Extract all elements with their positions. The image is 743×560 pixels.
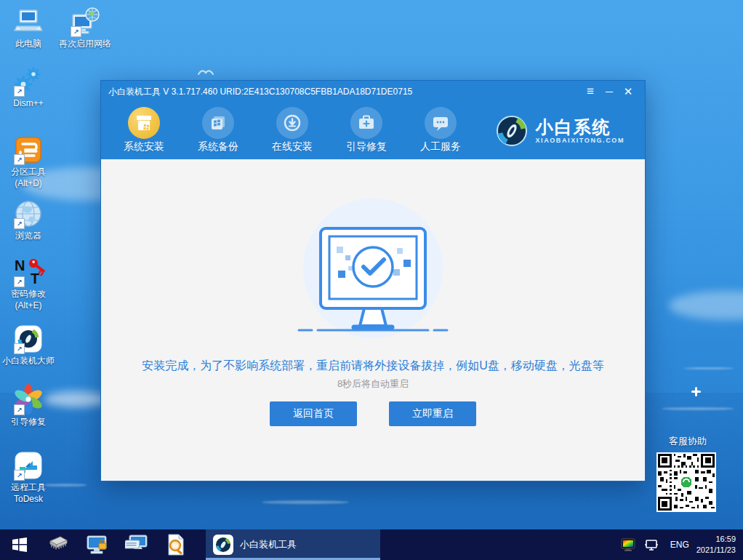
desktop-icon-label: 小白装机大师 — [0, 356, 57, 367]
shortcut-arrow-icon: ↗ — [14, 343, 25, 354]
desktop-icon-label: 密码修改 (Alt+E) — [0, 289, 57, 311]
system-backup-icon — [202, 107, 234, 139]
brand-logo: 小白系统 XIAOBAIXITONG.COM — [496, 115, 624, 147]
partition-tool-icon: ↗ — [0, 134, 57, 164]
taskbar-osk[interactable] — [121, 529, 153, 560]
desktop-icon-boot-repair[interactable]: ↗ 引导修复 — [0, 384, 57, 428]
wave-streak — [262, 500, 349, 504]
nav-boot-repair[interactable]: 引导修复 — [341, 103, 392, 153]
desktop-icon-label: 远程工具 ToDesk — [0, 482, 57, 505]
install-complete-message: 安装完成，为了不影响系统部署，重启前请将外接设备拔掉，例如U盘，移动硬盘，光盘等 — [101, 359, 645, 374]
app-window: 小白装机工具 V 3.1.717.460 URID:2E413C130708C5… — [100, 80, 646, 481]
clock-time: 16:59 — [696, 534, 736, 545]
cloud — [669, 291, 743, 320]
desktop-icon-password-change[interactable]: N T ↗ 密码修改 (Alt+E) — [0, 256, 57, 311]
language-indicator[interactable]: ENG — [670, 540, 689, 550]
desktop-icon-todesk[interactable]: ↗ 远程工具 ToDesk — [0, 449, 57, 505]
window-titlebar[interactable]: 小白装机工具 V 3.1.717.460 URID:2E413C130708C5… — [101, 81, 645, 103]
menu-icon[interactable]: ≡ — [581, 84, 600, 99]
shortcut-arrow-icon: ↗ — [14, 154, 25, 165]
xiaobai-logo-icon — [496, 115, 528, 147]
desktop-icon-label: 分区工具 (Alt+D) — [0, 167, 57, 189]
nav-system-backup[interactable]: 系统备份 — [193, 103, 244, 153]
customer-service-panel: 客服协助 — [656, 435, 719, 512]
system-tray: ENG 16:59 2021/11/23 — [617, 529, 739, 560]
system-install-icon — [128, 107, 160, 139]
xiaobai-app-icon: ↗ — [0, 323, 57, 353]
nt-password-icon: N T ↗ — [0, 256, 57, 287]
nav-label: 系统备份 — [193, 140, 244, 153]
wave-streak — [662, 407, 734, 410]
minimize-icon[interactable]: ─ — [600, 84, 619, 99]
todesk-icon: ↗ — [0, 449, 57, 480]
desktop-icon-xiaobai-master[interactable]: ↗ 小白装机大师 — [0, 323, 57, 367]
close-icon[interactable]: ✕ — [619, 84, 638, 99]
desktop-icon-dism[interactable]: ↗ Dism++ — [0, 65, 57, 110]
online-install-icon — [276, 107, 308, 139]
taskbar-app-label: 小白装机工具 — [240, 538, 297, 551]
network-icon[interactable] — [644, 538, 659, 551]
desktop-icon-label: 引导修复 — [0, 417, 57, 428]
desktop-icon-label: 此电脑 — [0, 39, 57, 50]
wave-streak — [683, 367, 734, 369]
nav-label: 引导修复 — [341, 140, 392, 153]
taskbar-clock[interactable]: 16:59 2021/11/23 — [696, 534, 736, 556]
nav-label: 人工服务 — [415, 140, 466, 153]
windows-logo-icon — [12, 537, 28, 553]
nav-label: 系统安装 — [119, 140, 169, 153]
qr-panel-title: 客服协助 — [656, 435, 719, 448]
taskbar-app-xiaobai[interactable]: 小白装机工具 — [206, 529, 380, 560]
desktop-icon-this-pc[interactable]: 此电脑 — [0, 6, 57, 50]
globe-icon: ↗ — [0, 198, 57, 228]
desktop-icon-re-enable-network[interactable]: ↗ 再次启用网络 — [57, 6, 113, 50]
restart-countdown: 8秒后将自动重启 — [101, 377, 645, 391]
install-complete-illustration — [278, 196, 467, 352]
network-globe-icon: ↗ — [57, 6, 113, 36]
xiaobai-app-icon-small — [213, 535, 233, 555]
taskbar-search-tool[interactable] — [160, 529, 192, 560]
window-content: 安装完成，为了不影响系统部署，重启前请将外接设备拔掉，例如U盘，移动硬盘，光盘等… — [101, 159, 645, 481]
nav-customer-service[interactable]: 人工服务 — [415, 103, 466, 153]
display-color-icon[interactable] — [621, 538, 635, 551]
this-pc-icon — [0, 6, 57, 36]
keyboard-icon — [125, 535, 148, 555]
brand-domain: XIAOBAIXITONG.COM — [535, 137, 624, 144]
nav-system-install[interactable]: 系统安装 — [119, 103, 169, 153]
seagull — [198, 68, 214, 75]
chat-bubble-icon — [425, 107, 457, 139]
pinwheel-icon: ↗ — [0, 384, 57, 415]
monitor-lock-icon — [86, 535, 109, 555]
start-button[interactable] — [3, 529, 36, 560]
brand-name: 小白系统 — [535, 118, 624, 136]
window-navbar: 系统安装 系统备份 — [101, 103, 645, 159]
shortcut-arrow-icon: ↗ — [14, 276, 25, 287]
shortcut-arrow-icon: ↗ — [14, 470, 25, 481]
shortcut-arrow-icon: ↗ — [14, 218, 25, 229]
nav-online-install[interactable]: 在线安装 — [267, 103, 318, 153]
qr-code — [656, 452, 716, 512]
nav-label: 在线安装 — [267, 140, 318, 153]
svg-text:T: T — [31, 271, 39, 287]
taskbar: 小白装机工具 — [0, 529, 743, 560]
desktop-icon-label: 再次启用网络 — [57, 39, 113, 50]
desktop-icon-label: Dism++ — [0, 98, 57, 110]
desktop-icon-label: 浏览器 — [0, 231, 57, 242]
shortcut-arrow-icon: ↗ — [14, 86, 25, 97]
desktop-icon-browser[interactable]: ↗ 浏览器 — [0, 198, 57, 242]
back-home-button[interactable]: 返回首页 — [270, 401, 357, 426]
taskbar-display-tool[interactable] — [81, 529, 113, 560]
shortcut-arrow-icon: ↗ — [71, 26, 81, 37]
restart-now-button[interactable]: 立即重启 — [389, 401, 476, 426]
button-row: 返回首页 立即重启 — [101, 401, 645, 426]
svg-text:N: N — [15, 257, 25, 273]
magnifier-document-icon — [166, 534, 185, 556]
boot-repair-icon — [350, 107, 382, 139]
clock-date: 2021/11/23 — [696, 545, 736, 556]
gears-icon: ↗ — [0, 65, 57, 96]
desktop: 此电脑 ↗ 再次启用网络 — [0, 0, 743, 560]
sparkle — [691, 387, 701, 396]
cpu-chip-icon — [47, 535, 69, 554]
desktop-icon-partition-tool[interactable]: ↗ 分区工具 (Alt+D) — [0, 134, 57, 189]
window-title: 小白装机工具 V 3.1.717.460 URID:2E413C130708C5… — [108, 86, 581, 98]
taskbar-cpu-tool[interactable] — [42, 529, 74, 560]
